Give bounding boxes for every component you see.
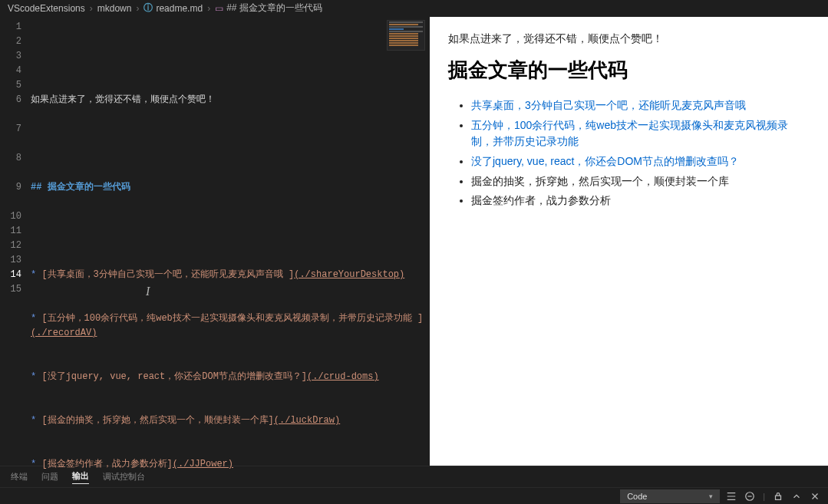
editor-pane[interactable]: 1 2 3 4 5 6 7 8 9 10 11 12 13 14 15 如果点进…: [0, 17, 430, 466]
code-link-text: [五分钟，100余行代码，纯web技术一起实现摄像头和麦克风视频录制，并带历史记…: [41, 313, 423, 324]
line-number: 4: [0, 64, 31, 78]
breadcrumb-item[interactable]: mkdown: [97, 3, 132, 14]
line-number-gutter: 1 2 3 4 5 6 7 8 9 10 11 12 13 14 15: [0, 17, 31, 466]
list-item: 五分钟，100余行代码，纯web技术一起实现摄像头和麦克风视频录制，并带历史记录…: [471, 117, 810, 150]
minimap[interactable]: [387, 20, 425, 51]
line-number: 14: [0, 268, 31, 282]
lock-icon[interactable]: [773, 491, 783, 502]
chevron-down-icon: ▾: [709, 492, 713, 500]
preview-list: 共享桌面，3分钟自己实现一个吧，还能听见麦克风声音哦 五分钟，100余行代码，纯…: [448, 97, 810, 209]
code-link-text: [没了jquery, vue, react，你还会DOM节点的增删改查吗？]: [41, 371, 307, 382]
preview-intro: 如果点进来了，觉得还不错，顺便点个赞吧！: [448, 32, 810, 46]
tab-terminal[interactable]: 终端: [11, 471, 28, 483]
preview-heading: 掘金文章的一些代码: [448, 57, 810, 84]
clear-icon[interactable]: [744, 491, 755, 502]
preview-link[interactable]: 五分钟，100余行代码，纯web技术一起实现摄像头和麦克风视频录制，并带历史记录…: [471, 119, 788, 148]
chevron-right-icon: ›: [134, 3, 140, 14]
markdown-file-icon: ⓘ: [143, 2, 153, 15]
list-item: 掘金签约作者，战力参数分析: [471, 193, 810, 209]
code-bullet: *: [31, 415, 41, 426]
code-link-text: [掘金的抽奖，拆穿她，然后实现一个，顺便封装一个库]: [41, 415, 273, 426]
code-link-text: [掘金签约作者，战力参数分析]: [41, 459, 172, 469]
code-bullet: *: [31, 459, 41, 469]
code-heading-marker: ##: [31, 182, 48, 193]
code-bullet: *: [31, 313, 41, 324]
line-number: 1: [0, 20, 31, 35]
breadcrumb: VScodeExtensions › mkdown › ⓘ readme.md …: [0, 0, 828, 17]
code-bullet: *: [31, 269, 41, 280]
preview-link[interactable]: 共享桌面，3分钟自己实现一个吧，还能听见麦克风声音哦: [471, 99, 746, 111]
code-link-url: (./shareYourDesktop): [294, 269, 404, 280]
line-number: 2: [0, 35, 31, 49]
line-number: 10: [0, 209, 31, 224]
preview-link[interactable]: 没了jquery, vue, react，你还会DOM节点的增删改查吗？: [471, 155, 739, 167]
code-link-url: (./luckDraw): [274, 415, 340, 426]
breadcrumb-item[interactable]: VScodeExtensions: [8, 3, 85, 14]
ibeam-cursor-icon: I: [146, 284, 150, 298]
svg-rect-1: [776, 496, 781, 499]
list-icon[interactable]: [726, 491, 737, 502]
line-number: 15: [0, 282, 31, 297]
chevron-right-icon: ›: [88, 3, 94, 14]
line-number: 13: [0, 253, 31, 268]
close-icon[interactable]: [810, 491, 820, 502]
chevron-right-icon: ›: [206, 3, 212, 14]
code-bullet: *: [31, 371, 41, 382]
divider: |: [763, 492, 765, 501]
line-number: 5: [0, 78, 31, 93]
code-link-url: (./crud-doms): [307, 371, 379, 382]
list-item: 共享桌面，3分钟自己实现一个吧，还能听见麦克风声音哦: [471, 97, 810, 114]
code-heading-text: 掘金文章的一些代码: [48, 182, 130, 193]
line-number: 3: [0, 49, 31, 64]
breadcrumb-item[interactable]: ## 掘金文章的一些代码: [226, 2, 322, 15]
code-area[interactable]: 如果点进来了，觉得还不错，顺便点个赞吧！ ## 掘金文章的一些代码 * [共享桌…: [31, 17, 430, 466]
code-text: 如果点进来了，觉得还不错，顺便点个赞吧！: [31, 94, 215, 105]
line-number: 11: [0, 224, 31, 239]
line-number: 8: [0, 151, 31, 180]
code-link-text: [共享桌面，3分钟自己实现一个吧，还能听见麦克风声音哦 ]: [41, 269, 294, 280]
code-link-url: (./recordAV): [31, 328, 97, 338]
output-channel-select[interactable]: Code ▾: [620, 489, 720, 503]
markdown-preview-pane[interactable]: 如果点进来了，觉得还不错，顺便点个赞吧！ 掘金文章的一些代码 共享桌面，3分钟自…: [430, 17, 828, 466]
breadcrumb-item[interactable]: readme.md: [156, 3, 203, 14]
main-split: 1 2 3 4 5 6 7 8 9 10 11 12 13 14 15 如果点进…: [0, 17, 828, 466]
line-number: 12: [0, 239, 31, 253]
line-number: 9: [0, 180, 31, 209]
list-item: 掘金的抽奖，拆穿她，然后实现一个，顺便封装一个库: [471, 173, 810, 190]
line-number: 7: [0, 122, 31, 151]
output-channel-label: Code: [627, 492, 647, 501]
line-number: 6: [0, 93, 31, 122]
code-link-url: (./JJPower): [173, 459, 233, 469]
symbol-string-icon: ▭: [215, 3, 223, 14]
chevron-up-icon[interactable]: [791, 491, 802, 502]
list-item: 没了jquery, vue, react，你还会DOM节点的增删改查吗？: [471, 153, 810, 170]
